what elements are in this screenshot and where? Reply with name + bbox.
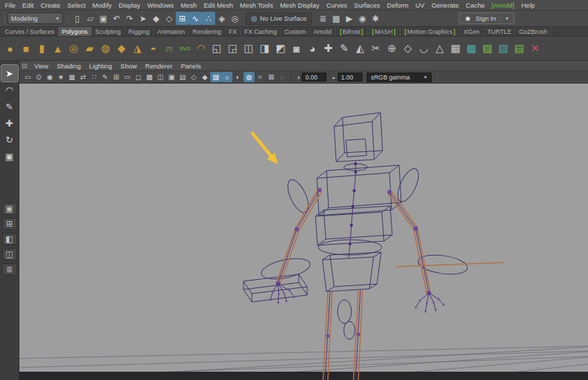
- shelf-tab[interactable]: FX Caching: [241, 27, 281, 36]
- viewport[interactable]: [19, 84, 588, 380]
- poly-cube-icon[interactable]: ■: [18, 38, 34, 59]
- menu-item[interactable]: UV: [412, 1, 428, 9]
- shelf-tab[interactable]: [MASH]: [368, 27, 401, 36]
- shaded-mode-icon[interactable]: ◆: [199, 72, 210, 82]
- poly-cylinder-icon[interactable]: ▮: [34, 38, 50, 59]
- panel-menu-item[interactable]: View: [30, 62, 53, 70]
- extrude-icon[interactable]: △: [432, 38, 448, 59]
- shelf-tab[interactable]: [Bifrost]: [336, 27, 368, 36]
- delete-history-icon[interactable]: ✕: [527, 38, 543, 59]
- shelf-tab[interactable]: GoZBrush: [515, 27, 551, 36]
- shelf-tab[interactable]: Animation: [154, 27, 189, 36]
- single-pane-layout-button[interactable]: ▣: [2, 202, 17, 215]
- quad-draw-icon[interactable]: ▦: [448, 38, 463, 59]
- save-scene-icon[interactable]: ▣: [97, 12, 110, 25]
- safe-action-icon[interactable]: ▣: [166, 72, 177, 82]
- bevel-icon[interactable]: ◇: [400, 38, 416, 59]
- select-tool[interactable]: ➤: [1, 65, 18, 82]
- redo-icon[interactable]: ↷: [123, 12, 136, 25]
- shelf-tab[interactable]: TURTLE: [484, 27, 515, 36]
- select-hierarchy-icon[interactable]: ➤: [136, 12, 149, 25]
- gate-mask-icon[interactable]: ▩: [144, 72, 155, 82]
- ipr-render-icon[interactable]: ◉: [356, 12, 369, 25]
- poly-sphere-icon[interactable]: ●: [2, 38, 18, 59]
- poly-disc-icon[interactable]: ◍: [98, 38, 113, 59]
- grid-toggle-icon[interactable]: ⊞: [111, 72, 122, 82]
- poly-plane-icon[interactable]: ▰: [82, 38, 98, 59]
- panel-menu-item[interactable]: Renderer: [141, 62, 177, 70]
- menu-item[interactable]: Deform: [383, 1, 412, 9]
- menu-item[interactable]: File: [1, 1, 19, 9]
- menu-item[interactable]: Windows: [144, 1, 178, 9]
- type-tool-icon[interactable]: [T]: [161, 38, 177, 59]
- oversampling-icon[interactable]: ∷: [89, 72, 100, 82]
- live-surface-indicator[interactable]: ◎ No Live Surface: [246, 12, 312, 25]
- open-render-view-icon[interactable]: ▦: [329, 12, 342, 25]
- field-chart-icon[interactable]: ◫: [155, 72, 166, 82]
- grip-handle[interactable]: ⋮: [1, 15, 6, 22]
- boolean-difference-icon[interactable]: ◲: [225, 38, 241, 59]
- mash-network-icon[interactable]: ▨: [479, 38, 495, 59]
- shelf-tab[interactable]: Curves / Surfaces: [1, 27, 59, 36]
- poly-torus-icon[interactable]: ◎: [66, 38, 82, 59]
- poly-pyramid-icon[interactable]: ◮: [129, 38, 145, 59]
- shelf-tab[interactable]: Sculpting: [92, 27, 125, 36]
- persp-outliner-layout-button[interactable]: ◧: [2, 233, 17, 245]
- sculpt-tool-icon[interactable]: ✎: [336, 38, 352, 59]
- render-current-frame-icon[interactable]: ▶: [342, 12, 356, 25]
- camera-attributes-icon[interactable]: ◉: [44, 72, 55, 82]
- menu-item[interactable]: Mesh: [177, 1, 200, 9]
- bifrost-graph-icon[interactable]: ▧: [495, 38, 511, 59]
- grease-pencil-icon[interactable]: ✎: [100, 72, 111, 82]
- menu-item[interactable]: Cache: [462, 1, 488, 9]
- mirror-icon[interactable]: ◭: [352, 38, 368, 59]
- gamma-icon[interactable]: ◒: [331, 74, 335, 81]
- sign-in-button[interactable]: ☻ Sign In ▼: [459, 12, 515, 24]
- grip-handle[interactable]: ⋮: [64, 15, 69, 22]
- rotate-tool[interactable]: ↻: [1, 131, 18, 148]
- fill-hole-icon[interactable]: ◙: [288, 38, 304, 59]
- menu-item[interactable]: Surfaces: [351, 1, 384, 9]
- lasso-select-tool[interactable]: ◠: [1, 82, 18, 98]
- bookmark-icon[interactable]: ★: [55, 72, 66, 82]
- image-plane-icon[interactable]: ▦: [66, 72, 77, 82]
- wireframe-mode-icon[interactable]: ◇: [188, 72, 199, 82]
- use-all-lights-icon[interactable]: ☼: [221, 72, 232, 82]
- camera-lock-icon[interactable]: ⊙: [33, 72, 44, 82]
- outliner-toggle-button[interactable]: ≣: [2, 263, 17, 276]
- film-gate-icon[interactable]: ▭: [122, 72, 133, 82]
- menu-item[interactable]: Mesh Tools: [237, 1, 277, 9]
- render-settings-icon[interactable]: ✱: [369, 12, 382, 25]
- safe-title-icon[interactable]: ▤: [177, 72, 188, 82]
- select-object-icon[interactable]: ◆: [149, 12, 163, 25]
- menu-item[interactable]: Generate: [428, 1, 463, 9]
- scale-tool[interactable]: ▣: [1, 148, 18, 164]
- resolution-gate-icon[interactable]: ◻: [133, 72, 144, 82]
- append-polygon-icon[interactable]: ✚: [320, 38, 336, 59]
- new-scene-icon[interactable]: ▯: [71, 12, 84, 25]
- panel-menu-item[interactable]: Show: [116, 62, 141, 70]
- view-transform-select[interactable]: sRGB gamma ▼: [367, 73, 432, 82]
- motion-blur-icon[interactable]: ≈: [255, 72, 266, 82]
- poly-cone-icon[interactable]: ▲: [50, 38, 66, 59]
- make-live-icon[interactable]: ◎: [228, 12, 241, 25]
- menu-item[interactable]: Display: [116, 1, 144, 9]
- xray-icon[interactable]: ⊠: [266, 72, 277, 82]
- menu-item[interactable]: Curves: [323, 1, 351, 9]
- sweep-mesh-icon[interactable]: ◠: [193, 38, 209, 59]
- shelf-tab[interactable]: Rendering: [189, 27, 226, 36]
- open-scene-icon[interactable]: ▱: [84, 12, 97, 25]
- combine-icon[interactable]: ◫: [241, 38, 257, 59]
- shelf-tab[interactable]: XGen: [460, 27, 484, 36]
- four-pane-layout-button[interactable]: ⊞: [2, 218, 17, 230]
- panel-menu-item[interactable]: Shading: [53, 62, 85, 70]
- paint-select-tool[interactable]: ✎: [1, 98, 18, 115]
- persp-graph-layout-button[interactable]: ◫: [2, 248, 17, 260]
- xgen-description-icon[interactable]: ▤: [511, 38, 527, 59]
- shelf-tab[interactable]: Custom: [281, 27, 310, 36]
- select-component-icon[interactable]: ◇: [163, 12, 176, 25]
- gamma-field[interactable]: 1.00: [338, 73, 362, 82]
- shelf-tab[interactable]: Rigging: [125, 27, 154, 36]
- exposure-field[interactable]: 0.00: [302, 73, 327, 82]
- snap-plane-icon[interactable]: ◈: [215, 12, 228, 25]
